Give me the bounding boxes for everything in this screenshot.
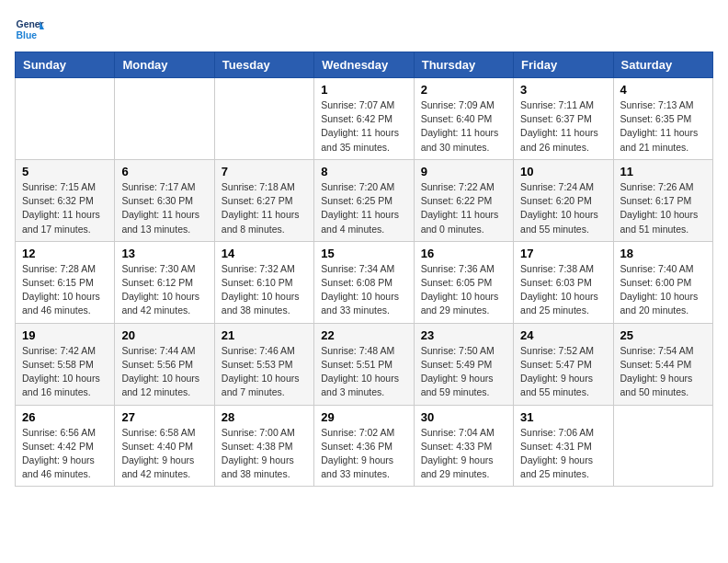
calendar-cell: 29Sunrise: 7:02 AM Sunset: 4:36 PM Dayli… [314, 405, 414, 487]
calendar-header-monday: Monday [115, 52, 214, 78]
day-info: Sunrise: 7:50 AM Sunset: 5:49 PM Dayligh… [421, 344, 506, 400]
calendar-header-saturday: Saturday [613, 52, 712, 78]
day-info: Sunrise: 7:38 AM Sunset: 6:03 PM Dayligh… [520, 262, 606, 318]
calendar-cell: 16Sunrise: 7:36 AM Sunset: 6:05 PM Dayli… [414, 241, 513, 323]
day-info: Sunrise: 7:42 AM Sunset: 5:58 PM Dayligh… [22, 344, 108, 400]
calendar-cell: 24Sunrise: 7:52 AM Sunset: 5:47 PM Dayli… [514, 323, 613, 405]
day-info: Sunrise: 7:44 AM Sunset: 5:56 PM Dayligh… [121, 344, 207, 400]
day-number: 26 [22, 410, 108, 424]
day-info: Sunrise: 7:34 AM Sunset: 6:08 PM Dayligh… [321, 262, 406, 318]
day-number: 21 [222, 328, 307, 342]
calendar-cell: 28Sunrise: 7:00 AM Sunset: 4:38 PM Dayli… [214, 405, 313, 487]
svg-text:Blue: Blue [17, 30, 38, 40]
logo-icon: General Blue [15, 15, 44, 44]
day-info: Sunrise: 7:26 AM Sunset: 6:17 PM Dayligh… [620, 180, 706, 236]
calendar-header-wednesday: Wednesday [314, 52, 414, 78]
calendar-week-3: 12Sunrise: 7:28 AM Sunset: 6:15 PM Dayli… [16, 241, 713, 323]
day-info: Sunrise: 7:22 AM Sunset: 6:22 PM Dayligh… [421, 180, 506, 236]
calendar-cell: 12Sunrise: 7:28 AM Sunset: 6:15 PM Dayli… [16, 241, 115, 323]
day-info: Sunrise: 7:09 AM Sunset: 6:40 PM Dayligh… [421, 98, 506, 155]
calendar-header-friday: Friday [514, 52, 613, 78]
day-number: 30 [421, 410, 506, 424]
day-number: 22 [321, 328, 406, 342]
calendar-cell: 25Sunrise: 7:54 AM Sunset: 5:44 PM Dayli… [613, 323, 712, 405]
day-number: 11 [620, 165, 706, 178]
day-info: Sunrise: 7:24 AM Sunset: 6:20 PM Dayligh… [520, 180, 606, 236]
day-info: Sunrise: 7:54 AM Sunset: 5:44 PM Dayligh… [620, 344, 706, 400]
day-number: 18 [620, 247, 706, 260]
day-number: 1 [321, 83, 406, 97]
calendar-body: 1Sunrise: 7:07 AM Sunset: 6:42 PM Daylig… [16, 78, 713, 487]
calendar-cell: 26Sunrise: 6:56 AM Sunset: 4:42 PM Dayli… [16, 405, 115, 487]
calendar-table: SundayMondayTuesdayWednesdayThursdayFrid… [15, 52, 713, 487]
day-number: 20 [121, 328, 207, 342]
logo: General Blue [15, 15, 44, 44]
day-info: Sunrise: 7:52 AM Sunset: 5:47 PM Dayligh… [520, 344, 606, 400]
day-number: 8 [321, 165, 406, 178]
calendar-header-tuesday: Tuesday [214, 52, 313, 78]
day-number: 19 [22, 328, 108, 342]
calendar-cell: 3Sunrise: 7:11 AM Sunset: 6:37 PM Daylig… [514, 78, 613, 160]
day-info: Sunrise: 7:15 AM Sunset: 6:32 PM Dayligh… [22, 180, 108, 236]
calendar-cell: 4Sunrise: 7:13 AM Sunset: 6:35 PM Daylig… [613, 78, 712, 160]
day-number: 29 [321, 410, 406, 424]
calendar-week-1: 1Sunrise: 7:07 AM Sunset: 6:42 PM Daylig… [16, 78, 713, 160]
day-number: 28 [222, 410, 307, 424]
calendar-cell: 20Sunrise: 7:44 AM Sunset: 5:56 PM Dayli… [115, 323, 214, 405]
day-number: 2 [421, 83, 506, 97]
calendar-cell: 18Sunrise: 7:40 AM Sunset: 6:00 PM Dayli… [613, 241, 712, 323]
day-number: 15 [321, 247, 406, 260]
calendar-cell [16, 78, 115, 160]
day-info: Sunrise: 6:58 AM Sunset: 4:40 PM Dayligh… [121, 426, 207, 482]
day-number: 23 [421, 328, 506, 342]
day-number: 24 [520, 328, 606, 342]
calendar-cell: 5Sunrise: 7:15 AM Sunset: 6:32 PM Daylig… [16, 159, 115, 241]
day-info: Sunrise: 6:56 AM Sunset: 4:42 PM Dayligh… [22, 426, 108, 482]
day-info: Sunrise: 7:02 AM Sunset: 4:36 PM Dayligh… [321, 426, 406, 482]
calendar-cell: 30Sunrise: 7:04 AM Sunset: 4:33 PM Dayli… [414, 405, 513, 487]
calendar-cell: 6Sunrise: 7:17 AM Sunset: 6:30 PM Daylig… [115, 159, 214, 241]
calendar-cell: 10Sunrise: 7:24 AM Sunset: 6:20 PM Dayli… [514, 159, 613, 241]
day-number: 14 [222, 247, 307, 260]
day-number: 10 [520, 165, 606, 178]
calendar-header-thursday: Thursday [414, 52, 513, 78]
header: General Blue [15, 15, 713, 44]
day-info: Sunrise: 7:32 AM Sunset: 6:10 PM Dayligh… [222, 262, 307, 318]
day-info: Sunrise: 7:00 AM Sunset: 4:38 PM Dayligh… [222, 426, 307, 482]
day-number: 13 [121, 247, 207, 260]
day-info: Sunrise: 7:06 AM Sunset: 4:31 PM Dayligh… [520, 426, 606, 482]
calendar-cell: 23Sunrise: 7:50 AM Sunset: 5:49 PM Dayli… [414, 323, 513, 405]
day-info: Sunrise: 7:48 AM Sunset: 5:51 PM Dayligh… [321, 344, 406, 400]
day-number: 7 [222, 165, 307, 178]
day-info: Sunrise: 7:04 AM Sunset: 4:33 PM Dayligh… [421, 426, 506, 482]
day-number: 6 [121, 165, 207, 178]
day-info: Sunrise: 7:36 AM Sunset: 6:05 PM Dayligh… [421, 262, 506, 318]
day-info: Sunrise: 7:28 AM Sunset: 6:15 PM Dayligh… [22, 262, 108, 318]
calendar-cell: 13Sunrise: 7:30 AM Sunset: 6:12 PM Dayli… [115, 241, 214, 323]
day-number: 17 [520, 247, 606, 260]
calendar-cell: 17Sunrise: 7:38 AM Sunset: 6:03 PM Dayli… [514, 241, 613, 323]
day-number: 5 [22, 165, 108, 178]
day-info: Sunrise: 7:46 AM Sunset: 5:53 PM Dayligh… [222, 344, 307, 400]
day-number: 27 [121, 410, 207, 424]
calendar-cell [115, 78, 214, 160]
calendar-cell: 31Sunrise: 7:06 AM Sunset: 4:31 PM Dayli… [514, 405, 613, 487]
day-number: 3 [520, 83, 606, 97]
calendar-header-sunday: Sunday [16, 52, 115, 78]
day-number: 16 [421, 247, 506, 260]
day-number: 31 [520, 410, 606, 424]
calendar-cell: 9Sunrise: 7:22 AM Sunset: 6:22 PM Daylig… [414, 159, 513, 241]
day-info: Sunrise: 7:40 AM Sunset: 6:00 PM Dayligh… [620, 262, 706, 318]
calendar-cell [613, 405, 712, 487]
calendar-cell: 11Sunrise: 7:26 AM Sunset: 6:17 PM Dayli… [613, 159, 712, 241]
calendar-week-5: 26Sunrise: 6:56 AM Sunset: 4:42 PM Dayli… [16, 405, 713, 487]
calendar-cell: 2Sunrise: 7:09 AM Sunset: 6:40 PM Daylig… [414, 78, 513, 160]
calendar-cell: 27Sunrise: 6:58 AM Sunset: 4:40 PM Dayli… [115, 405, 214, 487]
day-info: Sunrise: 7:20 AM Sunset: 6:25 PM Dayligh… [321, 180, 406, 236]
day-info: Sunrise: 7:30 AM Sunset: 6:12 PM Dayligh… [121, 262, 207, 318]
calendar-cell: 15Sunrise: 7:34 AM Sunset: 6:08 PM Dayli… [314, 241, 414, 323]
day-info: Sunrise: 7:18 AM Sunset: 6:27 PM Dayligh… [222, 180, 307, 236]
day-info: Sunrise: 7:13 AM Sunset: 6:35 PM Dayligh… [620, 98, 706, 155]
calendar-cell: 19Sunrise: 7:42 AM Sunset: 5:58 PM Dayli… [16, 323, 115, 405]
day-number: 4 [620, 83, 706, 97]
